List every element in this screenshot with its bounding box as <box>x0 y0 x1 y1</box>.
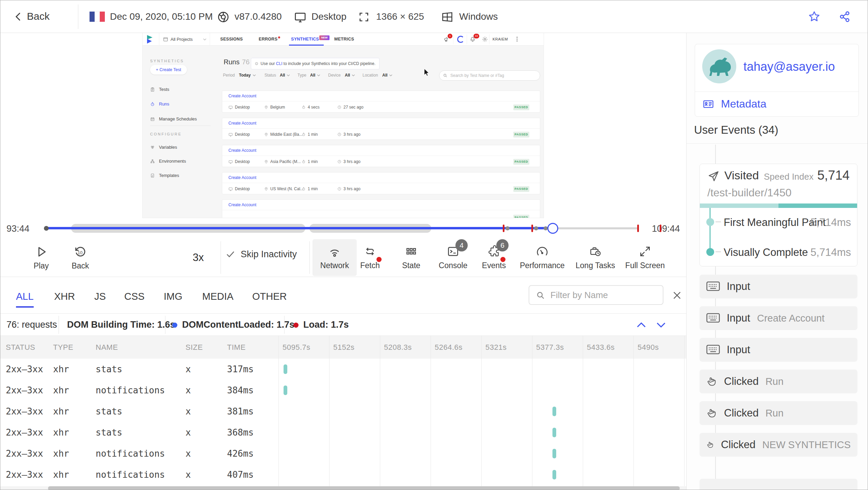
waterfall-bar <box>552 428 556 437</box>
dom-building-time: DOM Building Time: 1.6s <box>67 314 175 336</box>
skip-inactivity-toggle[interactable]: Skip Inactivity <box>225 249 297 260</box>
project-selector-value: All Projects <box>171 33 193 46</box>
speed-index-label: Speed Index <box>764 172 814 182</box>
project-selector: All Projects <box>159 33 210 46</box>
app-sidebar-item-templates: Templates <box>150 173 179 178</box>
filter-by-name-input[interactable] <box>550 286 659 304</box>
console-panel-button[interactable]: Console 4 <box>431 239 475 276</box>
state-panel-button[interactable]: State <box>389 239 433 276</box>
net-tab-other[interactable]: OTHER <box>252 287 287 308</box>
event-card-input[interactable]: Input <box>700 275 857 298</box>
play-button[interactable]: Play <box>26 241 57 274</box>
network-stats-row: 76: requests DOM Building Time: 1.6s DOM… <box>0 313 686 336</box>
run-name-link: Create Account <box>228 202 256 207</box>
fmp-dot <box>706 218 714 226</box>
app-nav-divider <box>467 34 467 44</box>
network-row[interactable]: 2xx–3xxxhrstatsx368ms <box>0 422 686 443</box>
net-tab-js[interactable]: JS <box>94 287 106 308</box>
kebab-menu-icon <box>514 36 520 42</box>
run-card: Create Account Desktop Middle East (Ba..… <box>222 118 540 140</box>
status-badge: PASSED <box>513 186 529 192</box>
network-table-header: STATUS TYPE NAME SIZE TIME 5095.7s 5152s… <box>0 336 686 359</box>
timeline-progress[interactable] <box>46 227 553 229</box>
event-card-clicked[interactable]: ClickedRun <box>700 370 857 393</box>
visited-url: /test-builder/1450 <box>707 186 791 199</box>
performance-panel-button[interactable]: Performance <box>520 239 564 276</box>
waterfall-bar <box>552 407 556 416</box>
network-row[interactable]: 2xx–3xxxhrnotificationsx426ms <box>0 443 686 464</box>
filter-period-label: Period <box>223 73 235 78</box>
back-button[interactable]: Back <box>13 11 68 24</box>
user-email-link[interactable]: tahay@asayer.io <box>743 60 835 74</box>
network-row[interactable]: 2xx–3xxxhrnotificationsx384ms <box>0 380 686 401</box>
jump-prev-icon[interactable] <box>636 320 647 330</box>
errors-notification-dot <box>278 36 280 38</box>
network-row[interactable]: 2xx–3xxxhrstatsx381ms <box>0 401 686 422</box>
paint-progress-right <box>778 203 857 208</box>
net-tab-img[interactable]: IMG <box>164 287 182 308</box>
paint-progress-left <box>700 203 778 208</box>
event-card-clicked[interactable]: ClickedRun <box>700 401 857 425</box>
net-tab-xhr[interactable]: XHR <box>54 287 75 308</box>
events-count-badge: 6 <box>496 239 509 251</box>
load-time: Load: 1.7s <box>303 314 349 336</box>
fetch-panel-button[interactable]: Fetch <box>348 239 392 276</box>
loading-spinner-icon <box>457 36 464 43</box>
net-tab-all[interactable]: ALL <box>16 287 34 308</box>
replay-viewport: All Projects SESSIONS ERRORS SYNTHETICS … <box>0 33 686 218</box>
col-t1: 5152s <box>333 336 354 359</box>
location-pin-icon <box>264 187 268 191</box>
speed-toggle[interactable]: 3x <box>193 251 204 264</box>
end-time: 109:44 <box>652 224 680 234</box>
col-t7: 5490s <box>638 336 659 359</box>
keyboard-icon <box>706 313 720 323</box>
col-name: NAME <box>96 336 118 359</box>
visited-event-card[interactable]: Visited Speed Index 5,714 /test-builder/… <box>700 164 857 266</box>
net-tab-css[interactable]: CSS <box>124 287 145 308</box>
full-screen-icon <box>639 245 652 258</box>
user-events-title: User Events (34) <box>694 124 778 136</box>
event-card-input[interactable]: InputCreate Account <box>700 306 857 330</box>
jump-next-icon[interactable] <box>655 320 667 330</box>
chevron-left-icon <box>13 12 23 22</box>
runs-page-title: Runs <box>224 58 240 66</box>
long-tasks-panel-button[interactable]: Long Tasks <box>573 239 617 276</box>
close-panel-icon[interactable] <box>672 290 682 301</box>
timeline-remaining[interactable] <box>553 227 639 229</box>
event-card-partial[interactable] <box>700 479 857 490</box>
window-icon <box>163 37 168 42</box>
app-tab-errors: ERRORS <box>259 33 277 46</box>
requests-count: 76: requests <box>6 314 57 336</box>
favorite-star-icon[interactable] <box>808 10 821 23</box>
chevron-down-icon <box>203 38 207 41</box>
status-badge: PASSED <box>513 215 529 218</box>
filter-device-value: All <box>345 73 350 78</box>
browser-version: v87.0.4280 <box>235 11 282 22</box>
run-card: Create Account PASSED <box>222 199 540 218</box>
playhead-handle[interactable] <box>547 223 558 234</box>
col-time: TIME <box>227 336 246 359</box>
app-tab-synthetics: SYNTHETICS <box>291 33 319 46</box>
timeline-event-marker <box>503 225 504 232</box>
network-row[interactable]: 2xx–3xxxhrstatsx317ms <box>0 359 686 380</box>
event-card-clicked[interactable]: ClickedNEW SYNTHETICS <box>700 433 857 457</box>
event-card-input[interactable]: Input <box>700 338 857 362</box>
events-panel-button[interactable]: Events 6 <box>472 239 516 276</box>
play-icon <box>34 245 48 259</box>
network-row[interactable]: 2xx–3xxxhrnotificationsx407ms <box>0 464 686 485</box>
stopwatch-icon <box>302 105 306 109</box>
back-10s-button[interactable]: 10 Back <box>65 241 96 274</box>
scrollbar-thumb[interactable] <box>48 486 680 490</box>
app-sidebar-item-manage-schedules: Manage Schedules <box>150 116 197 121</box>
app-sidebar-item-environments: Environments <box>150 159 186 164</box>
full-screen-button[interactable]: Full Screen <box>623 239 667 276</box>
gauge-icon <box>536 245 549 258</box>
chevron-down-icon <box>253 74 256 77</box>
stopwatch-icon <box>302 160 306 164</box>
metadata-button[interactable]: Metadata <box>702 98 766 110</box>
share-icon[interactable] <box>838 10 851 23</box>
run-name-link: Create Account <box>228 175 256 180</box>
net-tab-media[interactable]: MEDIA <box>202 287 234 308</box>
run-card: Create Account Desktop US West (N. Cal..… <box>222 172 540 194</box>
filter-status-label: Status <box>264 73 276 78</box>
